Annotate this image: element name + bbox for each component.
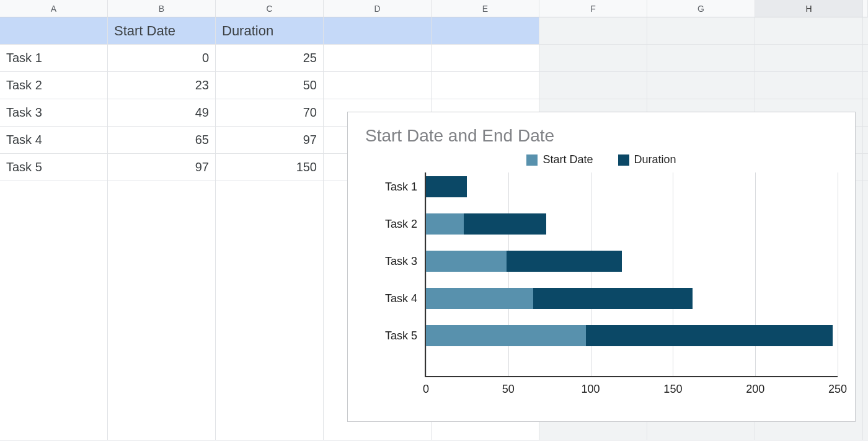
cell-c3[interactable]: 50 [216, 72, 324, 99]
bar-segment-duration [464, 213, 546, 235]
cell-g1[interactable] [647, 17, 755, 45]
cell-e2[interactable] [432, 45, 539, 72]
col-header-c[interactable]: C [216, 0, 324, 17]
y-axis-label: Task 4 [385, 292, 417, 305]
bar-segment-start [426, 213, 464, 235]
cell-f3[interactable] [539, 72, 647, 99]
chart-panel[interactable]: Start Date and End Date Start Date Durat… [347, 112, 856, 422]
chart-bar-row: Task 1 [426, 176, 838, 197]
x-tick-label: 200 [746, 383, 764, 396]
legend-label-duration: Duration [634, 153, 676, 166]
bar-segment-duration [426, 176, 467, 197]
col-header-a[interactable]: A [0, 0, 108, 17]
cell-b4[interactable]: 49 [108, 99, 216, 127]
chart-bar-row: Task 5 [426, 325, 838, 346]
cell-h3[interactable] [755, 72, 863, 99]
gridline [838, 172, 838, 376]
bar-segment-duration [533, 288, 693, 309]
chart-plot-area: 050100150200250Task 1Task 2Task 3Task 4T… [425, 172, 838, 377]
bar-segment-start [426, 288, 533, 309]
cell-b6[interactable]: 97 [108, 154, 216, 181]
chart-bar-row: Task 4 [426, 288, 838, 309]
cell-h2[interactable] [755, 45, 863, 72]
cell-c4[interactable]: 70 [216, 99, 324, 127]
y-axis-label: Task 1 [385, 181, 417, 194]
cell-a3[interactable]: Task 2 [0, 72, 108, 99]
x-tick-label: 50 [502, 383, 515, 396]
col-header-e[interactable]: E [432, 0, 539, 17]
col-header-g[interactable]: G [647, 0, 755, 17]
cell-filler-6 [863, 154, 868, 181]
cell-a18[interactable] [0, 413, 108, 441]
cell-d3[interactable] [324, 72, 432, 99]
chart-bar-row: Task 2 [426, 213, 838, 235]
col-header-h[interactable]: H [755, 0, 863, 17]
cell-f2[interactable] [539, 45, 647, 72]
chart-title: Start Date and End Date [365, 126, 838, 146]
cell-c5[interactable]: 97 [216, 127, 324, 154]
cell-e3[interactable] [432, 72, 539, 99]
cell-filler-3 [863, 72, 868, 99]
cell-h1[interactable] [755, 17, 863, 45]
legend-label-start: Start Date [542, 153, 593, 166]
y-axis-label: Task 5 [385, 329, 417, 342]
cell-b18[interactable] [108, 413, 216, 441]
cell-b1[interactable]: Start Date [108, 17, 216, 45]
x-tick-label: 0 [423, 383, 429, 396]
row-3: Task 2 23 50 [0, 72, 868, 99]
row-2: Task 1 0 25 [0, 45, 868, 72]
cell-g2[interactable] [647, 45, 755, 72]
cell-a5[interactable]: Task 4 [0, 127, 108, 154]
bar-segment-start [426, 325, 586, 346]
y-axis-label: Task 2 [385, 218, 417, 231]
cell-filler-18 [863, 413, 868, 441]
cell-a4[interactable]: Task 3 [0, 99, 108, 127]
col-header-f[interactable]: F [539, 0, 647, 17]
cell-d1[interactable] [324, 17, 432, 45]
cell-e1[interactable] [432, 17, 539, 45]
cell-a1[interactable] [0, 17, 108, 45]
legend-swatch-duration [618, 154, 629, 166]
cell-c6[interactable]: 150 [216, 154, 324, 181]
cell-a2[interactable]: Task 1 [0, 45, 108, 72]
cell-c18[interactable] [216, 413, 324, 441]
cell-filler-5 [863, 127, 868, 154]
row-1: Start Date Duration [0, 17, 868, 45]
chart-bar-row: Task 3 [426, 251, 838, 272]
cell-b2[interactable]: 0 [108, 45, 216, 72]
col-header-b[interactable]: B [108, 0, 216, 17]
x-tick-label: 150 [663, 383, 682, 396]
legend-item-duration: Duration [618, 153, 676, 166]
cell-b5[interactable]: 65 [108, 127, 216, 154]
bar-segment-start [426, 251, 507, 272]
chart-legend: Start Date Duration [365, 153, 838, 166]
cell-d2[interactable] [324, 45, 432, 72]
bar-segment-duration [586, 325, 833, 346]
bar-segment-duration [507, 251, 622, 272]
legend-item-start: Start Date [526, 153, 593, 166]
cell-c1[interactable]: Duration [216, 17, 324, 45]
cell-filler-2 [863, 45, 868, 72]
col-header-d[interactable]: D [324, 0, 432, 17]
y-axis-label: Task 3 [385, 255, 417, 268]
cell-f1[interactable] [539, 17, 647, 45]
legend-swatch-start [526, 154, 538, 166]
x-tick-label: 100 [582, 383, 600, 396]
chart-plot: 050100150200250Task 1Task 2Task 3Task 4T… [365, 172, 838, 402]
cell-a6[interactable]: Task 5 [0, 154, 108, 181]
cell-c2[interactable]: 25 [216, 45, 324, 72]
col-header-filler [863, 0, 868, 17]
column-headers: A B C D E F G H [0, 0, 868, 17]
cell-filler-4 [863, 99, 868, 127]
cell-b3[interactable]: 23 [108, 72, 216, 99]
x-tick-label: 250 [828, 383, 847, 396]
cell-g3[interactable] [647, 72, 755, 99]
cell-filler-1 [863, 17, 868, 45]
